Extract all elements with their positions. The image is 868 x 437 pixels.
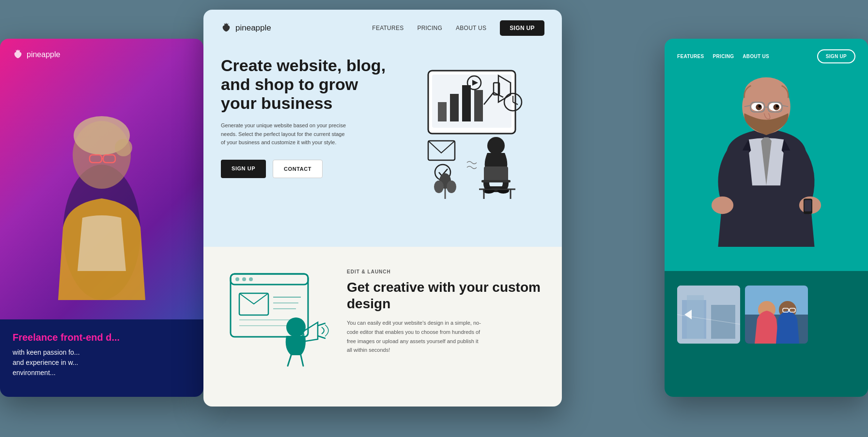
svg-point-61 bbox=[712, 196, 733, 214]
center-hero-description: Generate your unique website based on yo… bbox=[221, 121, 347, 147]
svg-rect-12 bbox=[474, 90, 483, 121]
right-img2-svg bbox=[745, 286, 808, 344]
svg-point-55 bbox=[776, 105, 778, 107]
svg-rect-10 bbox=[450, 94, 459, 121]
right-nav-about-us[interactable]: ABOUT US bbox=[743, 54, 769, 59]
left-person-svg bbox=[19, 77, 184, 319]
center-bottom-section: EDIT & LAUNCH Get creative with your cus… bbox=[203, 247, 562, 407]
right-nav-signup-button[interactable]: SIGN UP bbox=[817, 49, 855, 63]
bottom-heading: Get creative with your custom design bbox=[347, 279, 544, 312]
center-hero-illustration bbox=[399, 56, 544, 201]
svg-point-36 bbox=[242, 277, 246, 281]
svg-point-37 bbox=[249, 277, 253, 281]
bottom-illustration bbox=[221, 264, 332, 380]
nav-features[interactable]: FEATURES bbox=[372, 25, 403, 31]
right-image-1 bbox=[677, 286, 740, 344]
right-nav-pricing[interactable]: PRICING bbox=[713, 54, 734, 59]
svg-line-46 bbox=[288, 355, 291, 366]
right-nav-features[interactable]: FEATURES bbox=[677, 54, 704, 59]
svg-point-6 bbox=[115, 139, 132, 156]
nav-signup-button[interactable]: SIGN UP bbox=[500, 20, 544, 36]
bottom-description: You can easily edit your website's desig… bbox=[347, 318, 482, 355]
svg-line-47 bbox=[301, 355, 303, 366]
svg-rect-11 bbox=[462, 85, 471, 121]
right-man-svg bbox=[694, 63, 839, 247]
left-person-area bbox=[0, 58, 203, 319]
svg-point-21 bbox=[487, 137, 505, 154]
center-hero-buttons: SIGN UP CONTACT bbox=[221, 160, 389, 178]
bottom-text: EDIT & LAUNCH Get creative with your cus… bbox=[347, 264, 544, 355]
left-card-hero: pineapple bbox=[0, 39, 203, 319]
nav-pricing[interactable]: PRICING bbox=[417, 25, 442, 31]
center-hero-content: Create website, blog, and shop to grow y… bbox=[203, 46, 562, 201]
right-card: FEATURES PRICING ABOUT US SIGN UP bbox=[665, 39, 868, 397]
right-card-hero: FEATURES PRICING ABOUT US SIGN UP bbox=[665, 39, 868, 271]
right-img1-svg bbox=[677, 286, 740, 344]
right-bottom-images bbox=[677, 286, 855, 344]
svg-rect-64 bbox=[805, 200, 811, 211]
left-card-subtitle: with keen passion fo... and experience i… bbox=[13, 347, 191, 378]
nav-about-us[interactable]: ABOUT US bbox=[456, 25, 486, 31]
svg-rect-72 bbox=[745, 286, 808, 315]
right-nav-links: FEATURES PRICING ABOUT US bbox=[677, 54, 769, 59]
center-hero-text: Create website, blog, and shop to grow y… bbox=[221, 56, 389, 178]
left-card-bottom: Freelance front-end d... with keen passi… bbox=[0, 319, 203, 397]
hero-illustration-svg bbox=[399, 56, 544, 201]
hero-signup-button[interactable]: SIGN UP bbox=[221, 160, 266, 178]
center-logo: pineapple bbox=[221, 23, 271, 33]
svg-point-35 bbox=[235, 277, 239, 281]
left-card: pineapple bbox=[0, 39, 203, 397]
svg-point-32 bbox=[447, 181, 456, 193]
bottom-label: EDIT & LAUNCH bbox=[347, 269, 544, 274]
bottom-illustration-svg bbox=[221, 264, 332, 380]
center-hero-heading: Create website, blog, and shop to grow y… bbox=[221, 56, 389, 113]
left-card-title: Freelance front-end d... bbox=[13, 331, 191, 344]
svg-rect-19 bbox=[428, 141, 455, 160]
svg-rect-25 bbox=[481, 180, 511, 182]
center-card: pineapple FEATURES PRICING ABOUT US SIGN… bbox=[203, 10, 562, 407]
right-person-area bbox=[665, 63, 868, 271]
svg-point-54 bbox=[759, 105, 761, 107]
svg-point-31 bbox=[434, 181, 444, 193]
right-card-bottom bbox=[665, 271, 868, 397]
right-image-2 bbox=[745, 286, 808, 344]
center-pineapple-icon bbox=[221, 23, 232, 33]
hero-contact-button[interactable]: CONTACT bbox=[273, 160, 323, 178]
svg-rect-9 bbox=[438, 102, 447, 121]
center-logo-text: pineapple bbox=[235, 23, 271, 33]
center-nav-links: FEATURES PRICING ABOUT US SIGN UP bbox=[372, 20, 544, 36]
svg-rect-24 bbox=[484, 166, 508, 181]
center-hero-section: pineapple FEATURES PRICING ABOUT US SIGN… bbox=[203, 10, 562, 247]
center-nav: pineapple FEATURES PRICING ABOUT US SIGN… bbox=[203, 10, 562, 46]
